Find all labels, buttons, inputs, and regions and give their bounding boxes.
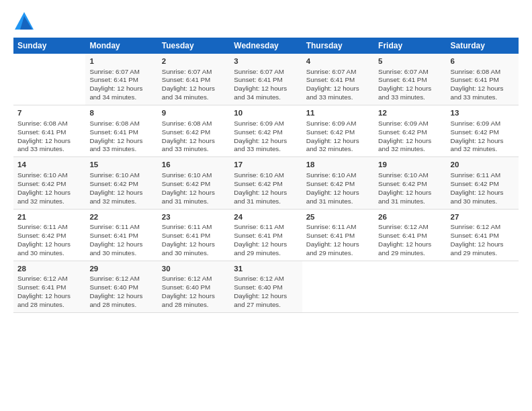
calendar-cell: 12Sunrise: 6:09 AM Sunset: 6:42 PM Dayli… [374,105,446,157]
calendar-cell: 21Sunrise: 6:11 AM Sunset: 6:42 PM Dayli… [13,209,85,261]
calendar-cell [13,54,85,105]
header-day-tuesday: Tuesday [158,38,230,54]
calendar-cell: 15Sunrise: 6:10 AM Sunset: 6:42 PM Dayli… [85,157,157,209]
calendar-cell: 29Sunrise: 6:12 AM Sunset: 6:40 PM Dayli… [85,261,157,312]
calendar-cell: 25Sunrise: 6:11 AM Sunset: 6:41 PM Dayli… [302,209,374,261]
day-number: 28 [17,264,81,275]
calendar-cell: 16Sunrise: 6:10 AM Sunset: 6:42 PM Dayli… [158,157,230,209]
day-number: 25 [306,212,370,223]
calendar-cell: 30Sunrise: 6:12 AM Sunset: 6:40 PM Dayli… [158,261,230,312]
day-number: 27 [451,212,515,223]
day-info: Sunrise: 6:11 AM Sunset: 6:42 PM Dayligh… [17,223,81,258]
calendar-cell: 31Sunrise: 6:12 AM Sunset: 6:40 PM Dayli… [230,261,302,312]
day-number: 17 [234,160,298,171]
day-info: Sunrise: 6:07 AM Sunset: 6:41 PM Dayligh… [234,68,298,103]
day-info: Sunrise: 6:09 AM Sunset: 6:42 PM Dayligh… [451,120,515,154]
day-info: Sunrise: 6:12 AM Sunset: 6:41 PM Dayligh… [17,275,81,310]
calendar-cell: 3Sunrise: 6:07 AM Sunset: 6:41 PM Daylig… [230,54,302,105]
day-info: Sunrise: 6:07 AM Sunset: 6:41 PM Dayligh… [378,68,442,103]
day-info: Sunrise: 6:09 AM Sunset: 6:42 PM Dayligh… [234,120,298,154]
day-info: Sunrise: 6:11 AM Sunset: 6:41 PM Dayligh… [234,223,298,258]
day-number: 26 [378,212,442,223]
day-number: 7 [17,108,81,119]
day-number: 20 [451,160,515,171]
day-info: Sunrise: 6:12 AM Sunset: 6:41 PM Dayligh… [451,223,515,258]
day-info: Sunrise: 6:11 AM Sunset: 6:41 PM Dayligh… [89,223,153,258]
calendar-cell: 27Sunrise: 6:12 AM Sunset: 6:41 PM Dayli… [447,209,519,261]
calendar-cell: 9Sunrise: 6:08 AM Sunset: 6:42 PM Daylig… [158,105,230,157]
day-number: 31 [234,264,298,275]
day-info: Sunrise: 6:07 AM Sunset: 6:41 PM Dayligh… [89,68,153,103]
calendar-cell: 26Sunrise: 6:12 AM Sunset: 6:41 PM Dayli… [374,209,446,261]
week-row-5: 28Sunrise: 6:12 AM Sunset: 6:41 PM Dayli… [13,261,519,312]
day-number: 5 [378,56,442,67]
day-number: 15 [89,160,153,171]
calendar-cell: 28Sunrise: 6:12 AM Sunset: 6:41 PM Dayli… [13,261,85,312]
day-info: Sunrise: 6:08 AM Sunset: 6:41 PM Dayligh… [17,120,81,154]
calendar-cell: 10Sunrise: 6:09 AM Sunset: 6:42 PM Dayli… [230,105,302,157]
week-row-3: 14Sunrise: 6:10 AM Sunset: 6:42 PM Dayli… [13,157,519,209]
calendar-cell: 2Sunrise: 6:07 AM Sunset: 6:41 PM Daylig… [158,54,230,105]
day-info: Sunrise: 6:08 AM Sunset: 6:41 PM Dayligh… [451,68,515,103]
calendar-cell: 5Sunrise: 6:07 AM Sunset: 6:41 PM Daylig… [374,54,446,105]
day-number: 22 [89,212,153,223]
day-info: Sunrise: 6:07 AM Sunset: 6:41 PM Dayligh… [306,68,370,103]
calendar-cell: 17Sunrise: 6:10 AM Sunset: 6:42 PM Dayli… [230,157,302,209]
calendar-cell: 7Sunrise: 6:08 AM Sunset: 6:41 PM Daylig… [13,105,85,157]
day-number: 30 [162,264,226,275]
day-number: 11 [306,108,370,119]
header-day-friday: Friday [374,38,446,54]
day-info: Sunrise: 6:09 AM Sunset: 6:42 PM Dayligh… [306,120,370,154]
day-number: 9 [162,108,226,119]
calendar-body: 1Sunrise: 6:07 AM Sunset: 6:41 PM Daylig… [13,54,519,313]
day-info: Sunrise: 6:08 AM Sunset: 6:41 PM Dayligh… [89,120,153,154]
header [13,11,519,32]
day-info: Sunrise: 6:11 AM Sunset: 6:41 PM Dayligh… [306,223,370,258]
calendar-cell [374,261,446,312]
calendar-cell: 6Sunrise: 6:08 AM Sunset: 6:41 PM Daylig… [447,54,519,105]
calendar-table: SundayMondayTuesdayWednesdayThursdayFrid… [13,38,519,313]
day-number: 16 [162,160,226,171]
logo [13,11,38,32]
week-row-4: 21Sunrise: 6:11 AM Sunset: 6:42 PM Dayli… [13,209,519,261]
day-info: Sunrise: 6:12 AM Sunset: 6:40 PM Dayligh… [234,275,298,310]
day-info: Sunrise: 6:12 AM Sunset: 6:40 PM Dayligh… [162,275,226,310]
calendar-header: SundayMondayTuesdayWednesdayThursdayFrid… [13,38,519,54]
calendar-cell [447,261,519,312]
day-number: 2 [162,56,226,67]
calendar-cell: 24Sunrise: 6:11 AM Sunset: 6:41 PM Dayli… [230,209,302,261]
calendar-cell: 8Sunrise: 6:08 AM Sunset: 6:41 PM Daylig… [85,105,157,157]
calendar-cell: 4Sunrise: 6:07 AM Sunset: 6:41 PM Daylig… [302,54,374,105]
day-number: 14 [17,160,81,171]
day-number: 6 [451,56,515,67]
page: SundayMondayTuesdayWednesdayThursdayFrid… [0,0,532,411]
logo-icon [13,11,35,32]
calendar-cell: 18Sunrise: 6:10 AM Sunset: 6:42 PM Dayli… [302,157,374,209]
day-number: 3 [234,56,298,67]
day-info: Sunrise: 6:11 AM Sunset: 6:42 PM Dayligh… [451,171,515,206]
calendar-cell: 23Sunrise: 6:11 AM Sunset: 6:41 PM Dayli… [158,209,230,261]
calendar-cell: 14Sunrise: 6:10 AM Sunset: 6:42 PM Dayli… [13,157,85,209]
day-number: 29 [89,264,153,275]
day-info: Sunrise: 6:08 AM Sunset: 6:42 PM Dayligh… [162,120,226,154]
day-number: 10 [234,108,298,119]
week-row-1: 1Sunrise: 6:07 AM Sunset: 6:41 PM Daylig… [13,54,519,105]
day-number: 8 [89,108,153,119]
day-info: Sunrise: 6:10 AM Sunset: 6:42 PM Dayligh… [17,171,81,206]
day-info: Sunrise: 6:11 AM Sunset: 6:41 PM Dayligh… [162,223,226,258]
day-number: 4 [306,56,370,67]
day-number: 13 [451,108,515,119]
day-info: Sunrise: 6:07 AM Sunset: 6:41 PM Dayligh… [162,68,226,103]
day-info: Sunrise: 6:10 AM Sunset: 6:42 PM Dayligh… [378,171,442,206]
week-row-2: 7Sunrise: 6:08 AM Sunset: 6:41 PM Daylig… [13,105,519,157]
day-info: Sunrise: 6:09 AM Sunset: 6:42 PM Dayligh… [378,120,442,154]
header-day-thursday: Thursday [302,38,374,54]
calendar-cell: 13Sunrise: 6:09 AM Sunset: 6:42 PM Dayli… [447,105,519,157]
header-day-wednesday: Wednesday [230,38,302,54]
header-day-monday: Monday [85,38,157,54]
calendar-cell: 1Sunrise: 6:07 AM Sunset: 6:41 PM Daylig… [85,54,157,105]
day-info: Sunrise: 6:10 AM Sunset: 6:42 PM Dayligh… [89,171,153,206]
day-info: Sunrise: 6:10 AM Sunset: 6:42 PM Dayligh… [234,171,298,206]
day-number: 18 [306,160,370,171]
header-day-sunday: Sunday [13,38,85,54]
